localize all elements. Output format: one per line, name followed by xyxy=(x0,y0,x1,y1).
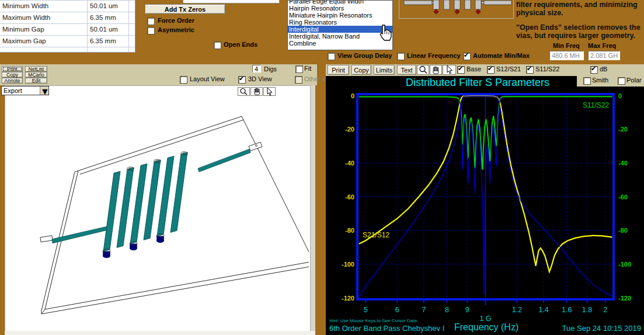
x-tick-label: 7 xyxy=(422,306,426,314)
s12-s21-checkbox[interactable]: ✔ xyxy=(487,66,495,74)
y-tick-label-left: -60 xyxy=(345,194,354,201)
param-value-cell[interactable]: 6.35 mm xyxy=(87,12,128,23)
min-freq-field[interactable]: 480.6 MH xyxy=(549,51,584,60)
y-tick-label-left: -40 xyxy=(345,160,354,167)
force-order-label: Force Order xyxy=(158,17,194,24)
limits-table: Minimum Width50.01 umMaximum Width6.35 m… xyxy=(0,0,135,53)
y-tick-label-right: 0 xyxy=(618,92,622,99)
automate-minmax-label: Automate Min/Max xyxy=(473,52,530,59)
filter-description: 6th Order Band Pass Chebyshev I xyxy=(329,324,444,333)
add-tx-zeros-button[interactable]: Add Tx Zeros xyxy=(145,4,225,14)
force-order-checkbox[interactable] xyxy=(147,18,155,25)
db-label: dB xyxy=(600,65,607,72)
linear-frequency-label: Linear Frequency xyxy=(407,52,461,59)
linear-frequency-checkbox[interactable] xyxy=(397,53,405,60)
table-scroll-column[interactable] xyxy=(128,24,134,35)
max-freq-label: Max Freq xyxy=(588,42,616,49)
list-item-1[interactable]: Hairpin Resonators xyxy=(288,5,392,12)
view-group-delay-checkbox[interactable] xyxy=(328,53,335,60)
plot-button-text[interactable]: Text xyxy=(397,65,416,75)
plot-button-print[interactable]: Print xyxy=(328,65,349,75)
param-value-cell[interactable] xyxy=(87,47,128,53)
layout-view-checkbox[interactable] xyxy=(180,76,187,84)
y-tick-label-left: -120 xyxy=(342,295,354,302)
clipped-control xyxy=(183,0,280,4)
series-label: S11/S22 xyxy=(583,101,609,109)
param-label-cell xyxy=(0,47,87,53)
table-scroll-column[interactable] xyxy=(128,1,134,12)
select-arrow-tool-icon[interactable] xyxy=(263,87,276,96)
layout-view-label: Layout View xyxy=(190,75,225,82)
asymmetric-label: Asymmetric xyxy=(158,26,194,33)
plot-canvas[interactable]: 567891 G1.21.41.61.8200-20-20-40-40-60-6… xyxy=(326,76,644,335)
smith-checkbox[interactable] xyxy=(583,77,591,85)
view-group-delay-label: View Group Delay xyxy=(337,52,392,59)
dropdown-arrow-icon[interactable]: ▼ xyxy=(40,87,48,95)
left-button-edit[interactable]: Edit xyxy=(25,78,47,84)
pan-hand-tool-icon[interactable] xyxy=(250,87,263,96)
open-ends-label: Open Ends xyxy=(224,41,257,48)
description-paragraph-1: filter requirements, and minimizing phys… xyxy=(516,1,644,17)
export-dropdown[interactable]: Export ▼ xyxy=(1,86,49,95)
3d-view-checkbox[interactable]: ✔ xyxy=(238,76,246,84)
param-value-cell[interactable]: 50.01 um xyxy=(87,1,128,12)
list-item-2[interactable]: Miniature Hairpin Resonators xyxy=(288,12,392,19)
plot-select-arrow-tool-icon[interactable] xyxy=(443,65,456,75)
fit-label: Fit xyxy=(304,65,311,72)
digs-field[interactable]: 4 xyxy=(252,65,261,72)
filter-design-app: { "colors":{ "background":"#a26d1d","too… xyxy=(0,0,644,335)
table-scroll-column[interactable] xyxy=(128,36,134,47)
db-checkbox[interactable]: ✔ xyxy=(590,66,598,74)
3d-view-vscrollbar[interactable] xyxy=(310,85,315,331)
3d-filter-model[interactable] xyxy=(5,86,309,330)
automate-minmax-checkbox[interactable]: ✔ xyxy=(463,53,471,60)
export-dropdown-value: Export xyxy=(4,87,22,94)
x-tick-label: 1 G xyxy=(479,315,491,323)
left-button-print[interactable]: Print xyxy=(2,66,23,72)
other-info-checkbox xyxy=(295,76,302,84)
param-value-cell[interactable]: 6.35 mm xyxy=(87,36,128,47)
table-scroll-column[interactable] xyxy=(128,47,134,53)
polar-checkbox[interactable] xyxy=(618,77,625,85)
x-axis-title: Frequency (Hz) xyxy=(454,322,518,333)
y-tick-label-right: -100 xyxy=(618,261,631,268)
asymmetric-checkbox[interactable] xyxy=(147,27,155,34)
list-item-0[interactable]: Parallel Edge Equal Width xyxy=(288,0,392,5)
param-value-cell[interactable]: 50.01 um xyxy=(87,24,128,35)
plot-zoom-tool-icon[interactable] xyxy=(417,65,429,75)
s12-s21-label: S12/S21 xyxy=(496,65,521,72)
left-button-annote[interactable]: Annote xyxy=(2,78,23,84)
x-tick-label: 1.4 xyxy=(538,306,548,314)
y-tick-label-right: -80 xyxy=(618,227,628,234)
left-button-netlist[interactable]: NetList xyxy=(25,66,47,72)
left-button-copy[interactable]: Copy xyxy=(2,72,23,78)
plot-pan-hand-tool-icon[interactable] xyxy=(430,65,442,75)
3d-view-panel[interactable] xyxy=(5,85,315,331)
table-scroll-column[interactable] xyxy=(128,12,134,23)
param-label-cell: Minimum Width xyxy=(0,1,87,12)
s11-s22-label: S11/S22 xyxy=(535,65,559,72)
table-row: Maximum Gap6.35 mm xyxy=(0,35,135,47)
table-row: Minimum Gap50.01 um xyxy=(0,23,135,35)
left-button-mcarlo[interactable]: MCarlo xyxy=(25,72,47,78)
plot-button-copy[interactable]: Copy xyxy=(351,65,371,75)
max-freq-field[interactable]: 2.081 GH xyxy=(588,51,620,60)
plot-timestamp: Tue Sep 24 10:15 2019 xyxy=(559,324,641,333)
y-tick-label-right: -120 xyxy=(618,295,631,302)
zoom-tool-icon[interactable] xyxy=(238,87,250,96)
3d-view-label: 3D View xyxy=(248,75,272,82)
plot-button-limits[interactable]: Limits xyxy=(374,65,395,75)
open-ends-checkbox[interactable] xyxy=(214,42,221,49)
digs-label: Digs xyxy=(264,65,277,72)
s-parameter-plot[interactable]: 567891 G1.21.41.61.8200-20-20-40-40-60-6… xyxy=(326,76,644,335)
s11-s22-checkbox[interactable]: ✔ xyxy=(526,66,534,74)
x-tick-label: 5 xyxy=(364,306,368,314)
3d-view-hscrollbar[interactable] xyxy=(5,331,315,335)
table-row: Maximum Width6.35 mm xyxy=(0,12,135,23)
plot-title: Distributed Filter S Parameters xyxy=(406,77,549,89)
base-checkbox[interactable]: ✔ xyxy=(457,66,465,74)
x-tick-label: 2 xyxy=(603,306,607,314)
interdigital-schematic xyxy=(399,0,514,19)
fit-checkbox[interactable] xyxy=(295,65,303,73)
x-tick-label: 1.8 xyxy=(582,306,592,314)
